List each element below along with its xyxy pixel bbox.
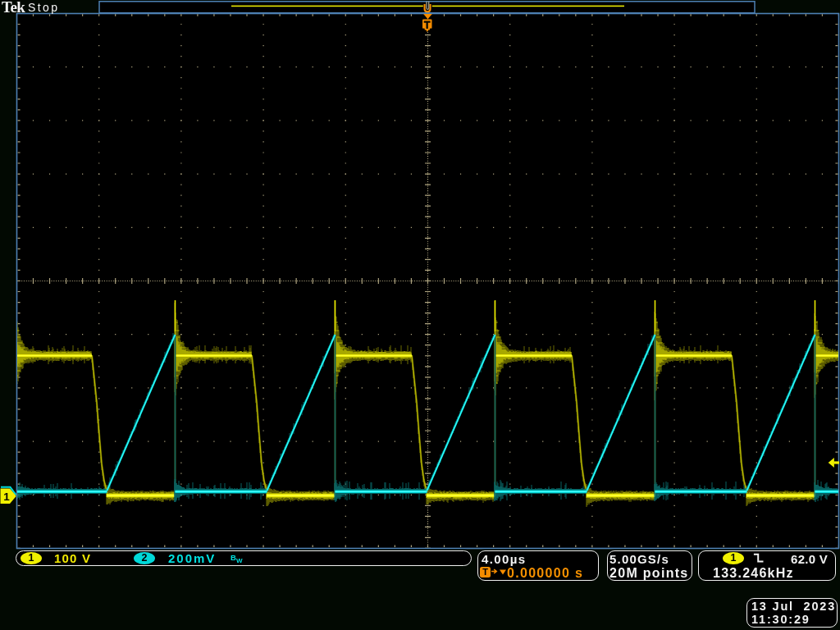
svg-text:1: 1 (3, 491, 10, 503)
